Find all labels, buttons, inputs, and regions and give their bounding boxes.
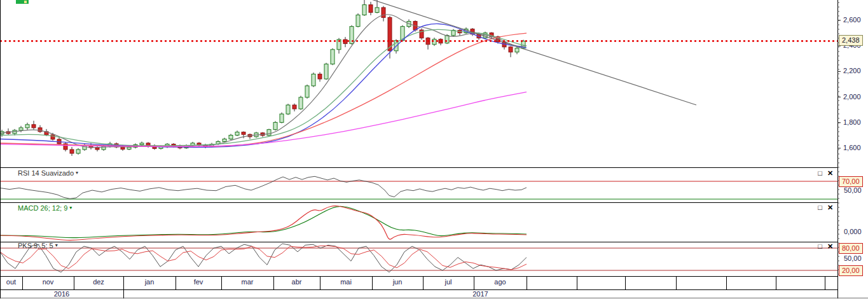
chart-canvas[interactable] [0, 0, 868, 299]
pks-level-20-tag: 20,00 [839, 265, 863, 276]
month-cell: mar [221, 278, 273, 286]
pks-window-buttons: □ ✕ [816, 242, 834, 251]
month-cell: abr [273, 278, 320, 286]
price-axis-label: 1,800 [843, 118, 861, 127]
candle [369, 4, 373, 12]
candle [32, 125, 36, 128]
candle [121, 147, 125, 150]
pks-level-80-tag: 80,00 [839, 243, 863, 254]
candle [445, 36, 449, 43]
rsi-window-buttons: □ ✕ [816, 169, 834, 177]
rsi-level-70-tag: 70,00 [839, 176, 863, 187]
month-cell: dez [74, 278, 123, 286]
candle [280, 114, 284, 122]
macd-zero-label: 0,000 [844, 228, 862, 236]
close-icon[interactable]: ✕ [826, 204, 834, 212]
dropdown-arrow-icon: ▾ [55, 242, 58, 249]
trendline [366, 0, 696, 105]
price-axis-label: 2,200 [843, 67, 861, 75]
month-cell: mai [320, 278, 372, 286]
trading-chart-window: RSI 14 Suavizado ▾ □ ✕ 70,00 50,00 MACD … [0, 0, 868, 299]
close-icon[interactable]: ✕ [826, 169, 834, 177]
macd-title: MACD 26; 12; 9 [18, 204, 67, 212]
candle [324, 64, 328, 79]
month-cell: jul [423, 278, 474, 286]
candle [375, 8, 379, 13]
candle [140, 143, 144, 144]
pks-pd-line [0, 246, 527, 270]
candle [127, 147, 131, 149]
candle [305, 86, 309, 97]
candle [70, 150, 74, 153]
month-cell: ago [474, 278, 527, 286]
candle [235, 132, 239, 136]
candle [299, 97, 303, 109]
candle [331, 50, 334, 64]
candle [273, 122, 277, 129]
candle [293, 105, 296, 109]
rsi-indicator-dropdown[interactable]: RSI 14 Suavizado ▾ [18, 169, 78, 177]
ma-gray [0, 15, 527, 148]
candle [229, 135, 233, 139]
dropdown-arrow-icon: ▾ [69, 205, 72, 211]
month-cell: nov [22, 278, 74, 286]
candle [515, 48, 519, 52]
pks-title: PKS 9; 5; 5 [18, 242, 53, 249]
year-cell: 2016 [0, 290, 123, 298]
candle [51, 135, 55, 139]
candle [267, 130, 271, 136]
ma-magenta [0, 92, 527, 147]
cropped-toolbar-icon [16, 0, 29, 4]
year-cell: 2017 [123, 290, 837, 298]
candle [25, 125, 29, 128]
candle [223, 139, 226, 142]
rsi-title: RSI 14 Suavizado [18, 169, 74, 177]
pks-level-50-label: 50,00 [844, 254, 862, 263]
macd-indicator-dropdown[interactable]: MACD 26; 12; 9 ▾ [18, 204, 72, 212]
candle [362, 4, 366, 15]
candle [38, 128, 42, 132]
rsi-level-50-label: 50,00 [844, 186, 862, 195]
candle [286, 105, 290, 114]
candle [19, 128, 23, 130]
month-cell: fev [176, 278, 221, 286]
candle [95, 148, 99, 150]
maximize-icon[interactable]: □ [816, 204, 824, 212]
candle [76, 150, 80, 153]
price-axis-label: 2,600 [843, 16, 861, 24]
rsi-rsi-line [0, 176, 527, 198]
candle [432, 39, 436, 45]
maximize-icon[interactable]: □ [816, 242, 824, 251]
candle [509, 47, 513, 52]
candle [312, 74, 315, 85]
price-axis-label: 2,000 [843, 93, 861, 101]
macd-window-buttons: □ ✕ [816, 204, 834, 212]
candle [318, 74, 322, 79]
pks-indicator-dropdown[interactable]: PKS 9; 5; 5 ▾ [18, 242, 58, 249]
current-price-tag: 2,438 [839, 35, 863, 46]
month-cell: jan [123, 278, 176, 286]
maximize-icon[interactable]: □ [816, 169, 824, 177]
dropdown-arrow-icon: ▾ [76, 170, 78, 176]
close-icon[interactable]: ✕ [826, 242, 834, 251]
ma-red [0, 33, 527, 146]
macd-macd-line [0, 206, 527, 237]
price-axis-label: 1,600 [843, 144, 861, 152]
ma-green [0, 29, 527, 146]
month-cell: jun [372, 278, 423, 286]
month-cell: out [0, 278, 22, 286]
candle [382, 8, 385, 18]
candle [242, 132, 245, 135]
candle [356, 15, 360, 27]
